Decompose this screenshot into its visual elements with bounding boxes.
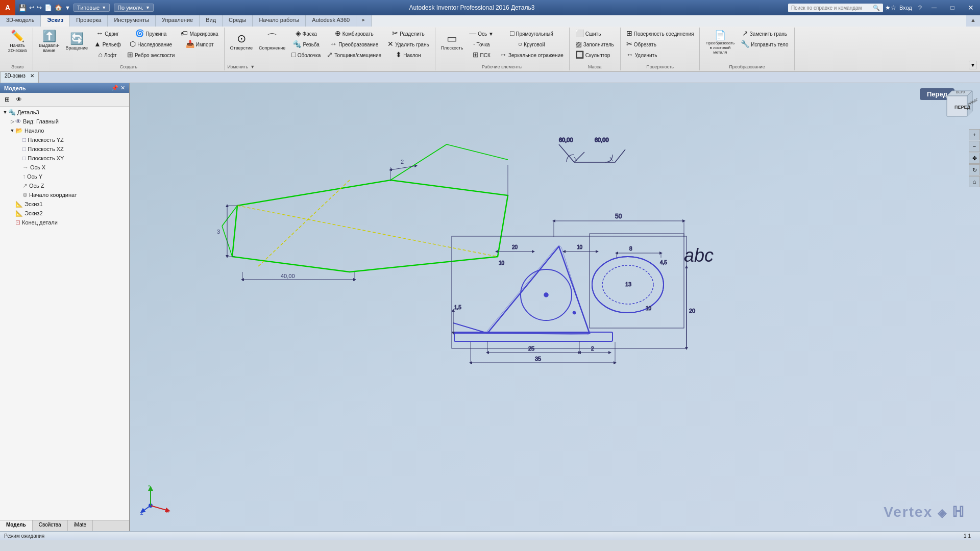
faska-btn[interactable]: ◈Фаска	[289, 29, 323, 39]
close-btn[interactable]: ✕	[962, 0, 980, 15]
tab-instrumenty[interactable]: Инструменты	[108, 15, 156, 27]
help-star2[interactable]: ☆	[891, 4, 896, 11]
tree-item-ploskost-xz[interactable]: □ Плоскость XZ	[0, 144, 129, 154]
tab-3dmodel[interactable]: 3D-модель	[0, 15, 41, 27]
search-input[interactable]	[791, 5, 873, 11]
udlinit-btn[interactable]: ↔Удлинить	[624, 50, 660, 60]
relief-btn[interactable]: ▲Рельеф	[91, 39, 124, 49]
prjamougolny-btn[interactable]: □Прямоугольный	[497, 29, 566, 39]
bottom-tabs: Модель Свойства iMate	[0, 520, 129, 531]
markirovka-btn[interactable]: 🏷Маркировка	[178, 29, 220, 39]
tree-item-os-z[interactable]: ↗ Ось Z	[0, 181, 129, 190]
maximize-btn[interactable]: □	[943, 0, 962, 15]
view-cube[interactable]: ПЕРЕД ВЕРХ ПРАВО	[937, 86, 977, 127]
ribbon-expand-btn[interactable]: ▼	[969, 61, 977, 69]
soprjagenie-btn[interactable]: ⌒ Сопряжение	[256, 29, 288, 55]
action-selector[interactable]: По умолч. ▼	[114, 4, 154, 12]
start-2d-sketch-btn[interactable]: ✏️ Начать2D-эскиз	[5, 29, 30, 55]
tree-item-vid[interactable]: ▷ 👁 Вид: Главный	[0, 117, 129, 126]
krugovoy-btn[interactable]: ○Круговой	[497, 39, 566, 49]
qa-redo[interactable]: ↪	[36, 3, 43, 12]
zapolnitel-btn[interactable]: ▨Заполнитель	[573, 39, 617, 49]
sshit-btn[interactable]: ⬜Сшить	[573, 29, 604, 39]
view-selector[interactable]: Типовые ▼	[74, 4, 110, 12]
otverstie-btn[interactable]: ⊙ Отверстие	[228, 29, 255, 55]
loft-btn[interactable]: ⌂Лофт	[91, 50, 124, 60]
qa-undo[interactable]: ↩	[28, 3, 35, 12]
pov-soedineniya-btn[interactable]: ⊞Поверхность соединения	[624, 29, 697, 39]
prujina-btn[interactable]: 🌀Пружина	[125, 29, 177, 39]
view-icon[interactable]: 👁	[13, 94, 24, 105]
tab-vid[interactable]: Вид	[200, 15, 223, 27]
preobr-btn[interactable]: ↔Преобразование	[324, 39, 384, 49]
minimize-btn[interactable]: ─	[925, 0, 943, 15]
nav-zoom-in[interactable]: +	[969, 129, 980, 140]
tree-item-nachalo[interactable]: ▼ 📂 Начало	[0, 126, 129, 135]
zamenit-gran-btn[interactable]: ↗Заменить грань	[738, 29, 791, 39]
ispravit-telo-btn[interactable]: 🔧Исправить тело	[738, 39, 791, 49]
model-panel-toolbar: ⊞ 👁	[0, 93, 129, 107]
svg-text:Y: Y	[148, 485, 151, 488]
nasledovanie-btn[interactable]: ⬡Наследование	[125, 39, 177, 49]
model-panel-close[interactable]: ✕	[120, 85, 125, 91]
sign-in[interactable]: Вход	[896, 4, 915, 12]
bottom-tab-properties[interactable]: Свойства	[33, 520, 68, 531]
tab-nachalo[interactable]: Начало работы	[253, 15, 306, 27]
tochka-btn[interactable]: ·Точка	[467, 39, 496, 49]
udalit-btn[interactable]: ✕Удалить грань	[385, 39, 431, 49]
tree-item-nachalo-koord[interactable]: ⊕ Начало координат	[0, 190, 129, 199]
tab-upravlenie[interactable]: Управление	[156, 15, 200, 27]
rebro-btn[interactable]: ⊞Ребро жесткости	[125, 50, 177, 60]
qa-more[interactable]: ▼	[64, 4, 71, 12]
tab-more[interactable]: ▸	[356, 15, 372, 27]
bottom-tab-model[interactable]: Модель	[0, 520, 33, 531]
import-btn[interactable]: 📥Импорт	[178, 39, 220, 49]
app-icon[interactable]: A	[0, 0, 15, 15]
nav-zoom-out[interactable]: −	[969, 141, 980, 152]
canvas-area[interactable]: 2 3 40,00 60,00 60,00	[130, 83, 980, 531]
model-panel-header[interactable]: Модель 📌 ✕	[0, 83, 129, 93]
tree-item-ploskost-xy[interactable]: □ Плоскость XY	[0, 154, 129, 163]
search-box[interactable]: 🔍	[788, 4, 883, 12]
filter-icon[interactable]: ⊞	[2, 94, 12, 105]
model-panel-pin[interactable]: 📌	[111, 85, 118, 91]
nav-orbit[interactable]: ↻	[969, 164, 980, 176]
os-btn[interactable]: —Ось ▼	[467, 29, 496, 39]
skulptor-btn[interactable]: 🔲Скульптор	[573, 50, 613, 60]
qa-save[interactable]: 💾	[17, 3, 28, 13]
tab-a360[interactable]: Autodesk A360	[306, 15, 356, 27]
revolve-btn[interactable]: 🔄 Вращение	[63, 29, 90, 55]
tab-proverka[interactable]: Проверка	[70, 15, 108, 27]
sketch-tab-item[interactable]: 2D-эскиз ✕	[0, 72, 39, 83]
tree-item-os-x[interactable]: → Ось X	[0, 163, 129, 172]
nav-home[interactable]: ⌂	[969, 176, 980, 187]
zerkalo-btn[interactable]: ↔Зеркальное отражение	[497, 50, 566, 60]
tree-item-ploskost-yz[interactable]: □ Плоскость YZ	[0, 135, 129, 144]
sdvig-btn[interactable]: ↔Сдвиг	[91, 29, 124, 39]
bottom-tab-imate[interactable]: iMate	[68, 520, 93, 531]
tab-sredy[interactable]: Среды	[223, 15, 253, 27]
ribbon-minimize[interactable]: ▲	[966, 15, 980, 27]
kombinirovati-btn[interactable]: ⊕Комбировать	[324, 29, 384, 39]
help-btn[interactable]: ?	[915, 3, 925, 13]
qa-new[interactable]: 📄	[43, 3, 53, 12]
obolochka-btn[interactable]: □Оболочка	[289, 50, 323, 60]
tree-item-konec[interactable]: ⊡ Конец детали	[0, 218, 129, 227]
tree-item-eskiz2[interactable]: 📐 Эскиз2	[0, 209, 129, 218]
tree-item-eskiz1[interactable]: 📐 Эскиз1	[0, 199, 129, 209]
razdelit-btn[interactable]: ✂Разделить	[385, 29, 431, 39]
tolshina-btn[interactable]: ⤢Толщина/смещение	[324, 50, 384, 60]
naklon-btn[interactable]: ⬍Наклон	[385, 50, 431, 60]
ploskost-btn[interactable]: ▭ Плоскость	[438, 29, 466, 55]
extrude-btn[interactable]: ⬆️ Выдавли-вание	[36, 29, 62, 55]
obrezat-btn[interactable]: ✂Обрезать	[624, 39, 659, 49]
help-star1[interactable]: ★	[885, 4, 891, 11]
rezba-btn[interactable]: 🔩Резьба	[289, 39, 323, 49]
tree-item-detal3[interactable]: ▼ 🔩 Деталь3	[0, 108, 129, 117]
tab-eskiz[interactable]: Эскиз	[41, 15, 70, 27]
preobr-list-btn[interactable]: 📄 Преобразоватьв листовойметалл	[703, 29, 737, 57]
qa-home[interactable]: 🏠	[54, 3, 63, 12]
nav-pan[interactable]: ✥	[969, 153, 980, 164]
psk-btn[interactable]: ⊞ПСК	[467, 50, 496, 60]
tree-item-os-y[interactable]: ↑ Ось Y	[0, 172, 129, 181]
